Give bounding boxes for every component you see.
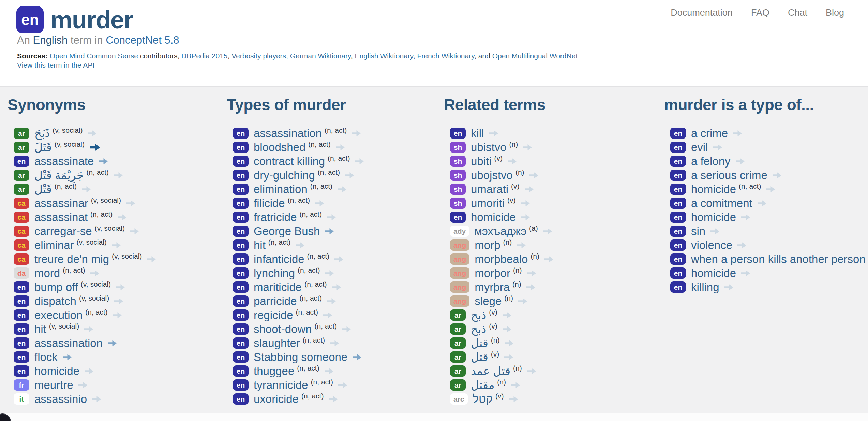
- edge-arrow-icon[interactable]: [146, 256, 156, 263]
- term-link[interactable]: קטל: [473, 393, 493, 406]
- term-link[interactable]: a crime: [691, 127, 728, 140]
- lang-badge-sh[interactable]: sh: [450, 142, 466, 153]
- lang-badge-ang[interactable]: ang: [450, 239, 469, 251]
- term-link[interactable]: ذَبَحَ: [34, 127, 50, 140]
- edge-arrow-icon[interactable]: [91, 395, 102, 403]
- edge-arrow-icon[interactable]: [115, 284, 125, 291]
- edge-arrow-icon[interactable]: [351, 130, 361, 137]
- edge-arrow-icon[interactable]: [335, 144, 345, 151]
- nav-blog[interactable]: Blog: [826, 8, 844, 18]
- term-link[interactable]: elimination: [254, 183, 308, 196]
- edge-arrow-icon[interactable]: [735, 158, 745, 165]
- term-link[interactable]: morþ: [475, 239, 500, 252]
- lang-badge-arc[interactable]: arc: [450, 393, 468, 405]
- lang-badge-en[interactable]: en: [233, 323, 249, 335]
- lang-badge-en[interactable]: en: [233, 281, 249, 293]
- edge-arrow-icon[interactable]: [502, 325, 512, 333]
- edge-arrow-icon[interactable]: [117, 214, 127, 221]
- lang-badge-ar[interactable]: ar: [14, 142, 29, 153]
- edge-arrow-icon[interactable]: [90, 270, 100, 277]
- term-link[interactable]: infanticide: [254, 253, 304, 266]
- edge-arrow-icon[interactable]: [324, 270, 334, 277]
- edge-arrow-icon[interactable]: [526, 367, 537, 375]
- term-link[interactable]: hit: [34, 323, 46, 336]
- term-link[interactable]: slaughter: [254, 337, 300, 350]
- link-segment[interactable]: Open Mind Common Sense: [50, 52, 138, 60]
- term-link[interactable]: kill: [471, 127, 484, 140]
- edge-arrow-icon[interactable]: [518, 297, 528, 305]
- term-link[interactable]: قَتَلَ: [34, 141, 52, 154]
- lang-badge-en[interactable]: en: [14, 309, 29, 321]
- term-link[interactable]: ubojstvo: [471, 169, 513, 182]
- term-link[interactable]: قَتْل: [34, 183, 52, 196]
- lang-badge-en[interactable]: en: [14, 351, 29, 363]
- language-badge-large[interactable]: en: [16, 6, 44, 33]
- edge-arrow-icon[interactable]: [295, 242, 305, 249]
- term-link[interactable]: assassination: [34, 337, 103, 350]
- term-link[interactable]: мэхъаджэ: [474, 225, 526, 238]
- term-link[interactable]: a felony: [691, 155, 731, 168]
- lang-badge-en[interactable]: en: [233, 142, 249, 153]
- lang-badge-ca[interactable]: ca: [14, 226, 29, 237]
- term-link[interactable]: violence: [691, 239, 732, 252]
- lang-badge-ar[interactable]: ar: [14, 128, 29, 139]
- term-link[interactable]: evil: [691, 141, 708, 154]
- edge-arrow-icon[interactable]: [507, 158, 517, 165]
- link-segment[interactable]: ConceptNet 5.8: [106, 34, 179, 46]
- term-link[interactable]: ubistvo: [471, 141, 507, 154]
- edge-arrow-icon[interactable]: [713, 144, 723, 151]
- edge-arrow-icon[interactable]: [89, 143, 101, 152]
- edge-arrow-icon[interactable]: [334, 256, 344, 263]
- edge-arrow-icon[interactable]: [84, 367, 94, 375]
- lang-badge-ca[interactable]: ca: [14, 198, 29, 209]
- lang-badge-fr[interactable]: fr: [14, 379, 29, 391]
- link-segment[interactable]: English: [33, 34, 68, 46]
- term-link[interactable]: uxoricide: [254, 393, 299, 406]
- edge-arrow-icon[interactable]: [520, 200, 530, 207]
- edge-arrow-icon[interactable]: [84, 325, 94, 333]
- term-link[interactable]: قتل عمد: [471, 364, 510, 378]
- lang-badge-en[interactable]: en: [14, 323, 29, 335]
- edge-arrow-icon[interactable]: [328, 395, 338, 403]
- edge-arrow-icon[interactable]: [112, 311, 122, 319]
- lang-badge-da[interactable]: da: [14, 267, 29, 279]
- term-link[interactable]: eliminar: [34, 239, 74, 252]
- term-link[interactable]: meurtre: [34, 379, 73, 392]
- lang-badge-en[interactable]: en: [670, 226, 686, 237]
- edge-arrow-icon[interactable]: [98, 158, 108, 165]
- lang-badge-en[interactable]: en: [233, 212, 249, 223]
- edge-arrow-icon[interactable]: [520, 214, 530, 221]
- lang-badge-sh[interactable]: sh: [450, 170, 466, 181]
- edge-arrow-icon[interactable]: [81, 186, 91, 193]
- lang-badge-en[interactable]: en: [670, 212, 686, 223]
- term-link[interactable]: assassinate: [34, 155, 94, 168]
- lang-badge-ang[interactable]: ang: [450, 267, 469, 279]
- term-link[interactable]: assassinat: [34, 211, 88, 224]
- term-link[interactable]: dispatch: [34, 295, 76, 308]
- term-link[interactable]: جَرِيْمَة قَتْل: [34, 169, 84, 182]
- nav-chat[interactable]: Chat: [788, 8, 807, 18]
- lang-badge-ady[interactable]: ady: [450, 226, 469, 237]
- term-link[interactable]: umoriti: [471, 197, 505, 210]
- lang-badge-en[interactable]: en: [670, 142, 686, 153]
- term-link[interactable]: assassinio: [34, 393, 87, 406]
- edge-arrow-icon[interactable]: [78, 381, 88, 389]
- lang-badge-en[interactable]: en: [450, 212, 466, 223]
- edge-arrow-icon[interactable]: [710, 228, 720, 235]
- lang-badge-en[interactable]: en: [670, 281, 686, 293]
- term-link[interactable]: regicide: [254, 309, 293, 322]
- lang-badge-ar[interactable]: ar: [14, 184, 29, 195]
- link-segment[interactable]: French Wiktionary: [417, 52, 474, 60]
- lang-badge-en[interactable]: en: [14, 281, 29, 293]
- edge-arrow-icon[interactable]: [510, 381, 521, 389]
- term-link[interactable]: myrþra: [475, 281, 510, 294]
- term-link[interactable]: homicide: [691, 267, 736, 280]
- lang-badge-en[interactable]: en: [14, 337, 29, 349]
- term-link[interactable]: homicide: [691, 183, 736, 196]
- term-link[interactable]: when a person kills another person: [691, 253, 866, 266]
- lang-badge-en[interactable]: en: [233, 239, 249, 251]
- term-link[interactable]: shoot-down: [254, 323, 312, 336]
- lang-badge-en[interactable]: en: [670, 184, 686, 195]
- lang-badge-en[interactable]: en: [233, 351, 249, 363]
- term-link[interactable]: assassination: [254, 127, 322, 140]
